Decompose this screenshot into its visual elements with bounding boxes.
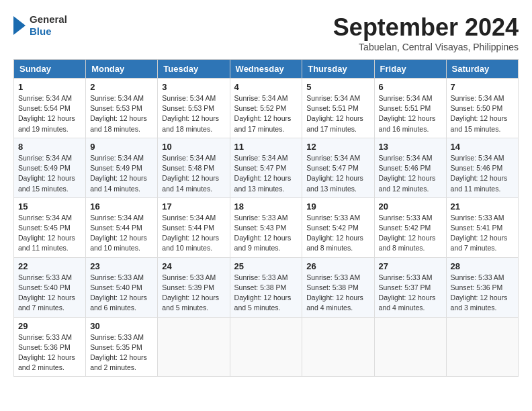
day-number: 9 (90, 142, 153, 152)
weekday-header-friday: Friday (374, 60, 446, 79)
day-number: 29 (18, 321, 81, 331)
day-info: Sunrise: 5:34 AM Sunset: 5:54 PM Dayligh… (18, 93, 81, 134)
day-info: Sunrise: 5:34 AM Sunset: 5:45 PM Dayligh… (18, 213, 81, 254)
calendar-cell: 6 Sunrise: 5:34 AM Sunset: 5:51 PM Dayli… (374, 79, 446, 138)
day-info: Sunrise: 5:33 AM Sunset: 5:40 PM Dayligh… (18, 273, 81, 314)
day-info: Sunrise: 5:33 AM Sunset: 5:35 PM Dayligh… (90, 332, 153, 373)
calendar-cell: 20 Sunrise: 5:33 AM Sunset: 5:42 PM Dayl… (374, 197, 446, 257)
day-number: 28 (451, 261, 514, 271)
day-info: Sunrise: 5:34 AM Sunset: 5:46 PM Dayligh… (379, 153, 442, 194)
calendar-cell: 13 Sunrise: 5:34 AM Sunset: 5:46 PM Dayl… (374, 138, 446, 197)
calendar-cell: 5 Sunrise: 5:34 AM Sunset: 5:51 PM Dayli… (302, 79, 374, 138)
calendar-cell: 22 Sunrise: 5:33 AM Sunset: 5:40 PM Dayl… (14, 257, 86, 317)
day-info: Sunrise: 5:34 AM Sunset: 5:53 PM Dayligh… (162, 93, 225, 134)
day-number: 10 (162, 142, 225, 152)
calendar-cell: 7 Sunrise: 5:34 AM Sunset: 5:50 PM Dayli… (446, 79, 518, 138)
day-number: 18 (234, 201, 298, 212)
day-info: Sunrise: 5:34 AM Sunset: 5:53 PM Dayligh… (90, 93, 153, 134)
day-info: Sunrise: 5:33 AM Sunset: 5:41 PM Dayligh… (451, 213, 514, 254)
day-info: Sunrise: 5:34 AM Sunset: 5:44 PM Dayligh… (90, 213, 153, 254)
calendar-week-5: 29 Sunrise: 5:33 AM Sunset: 5:36 PM Dayl… (14, 317, 519, 377)
calendar-cell (158, 317, 230, 377)
day-info: Sunrise: 5:34 AM Sunset: 5:49 PM Dayligh… (18, 153, 81, 194)
day-number: 3 (162, 82, 225, 92)
logo-container: General Blue (13, 13, 67, 38)
calendar-cell: 9 Sunrise: 5:34 AM Sunset: 5:49 PM Dayli… (86, 138, 158, 197)
calendar-week-2: 8 Sunrise: 5:34 AM Sunset: 5:49 PM Dayli… (14, 138, 519, 197)
page-header: General Blue September 2024 Tabuelan, Ce… (13, 13, 519, 52)
day-info: Sunrise: 5:34 AM Sunset: 5:44 PM Dayligh… (162, 213, 225, 254)
day-number: 2 (90, 82, 153, 92)
logo-blue: Blue (30, 26, 67, 38)
logo-triangle-icon (13, 13, 27, 38)
day-info: Sunrise: 5:33 AM Sunset: 5:39 PM Dayligh… (162, 273, 225, 314)
day-number: 26 (306, 261, 369, 271)
day-info: Sunrise: 5:34 AM Sunset: 5:52 PM Dayligh… (234, 93, 298, 134)
weekday-header-saturday: Saturday (446, 60, 518, 79)
calendar-cell: 11 Sunrise: 5:34 AM Sunset: 5:47 PM Dayl… (230, 138, 302, 197)
calendar-cell: 15 Sunrise: 5:34 AM Sunset: 5:45 PM Dayl… (14, 197, 86, 257)
weekday-header-sunday: Sunday (14, 60, 86, 79)
calendar-cell (302, 317, 374, 377)
calendar-table: SundayMondayTuesdayWednesdayThursdayFrid… (13, 59, 519, 377)
calendar-cell: 14 Sunrise: 5:34 AM Sunset: 5:46 PM Dayl… (446, 138, 518, 197)
calendar-cell: 29 Sunrise: 5:33 AM Sunset: 5:36 PM Dayl… (14, 317, 86, 377)
day-number: 13 (379, 142, 442, 152)
title-block: September 2024 Tabuelan, Central Visayas… (333, 13, 519, 52)
day-number: 19 (306, 201, 369, 212)
weekday-header-monday: Monday (86, 60, 158, 79)
calendar-week-3: 15 Sunrise: 5:34 AM Sunset: 5:45 PM Dayl… (14, 197, 519, 257)
day-number: 11 (234, 142, 298, 152)
day-number: 20 (379, 201, 442, 212)
day-number: 30 (90, 321, 153, 331)
logo: General Blue (13, 13, 67, 38)
calendar-cell: 10 Sunrise: 5:34 AM Sunset: 5:48 PM Dayl… (158, 138, 230, 197)
logo-text: General Blue (30, 13, 67, 38)
calendar-cell: 19 Sunrise: 5:33 AM Sunset: 5:42 PM Dayl… (302, 197, 374, 257)
weekday-header-wednesday: Wednesday (230, 60, 302, 79)
calendar-cell: 16 Sunrise: 5:34 AM Sunset: 5:44 PM Dayl… (86, 197, 158, 257)
day-number: 27 (379, 261, 442, 271)
day-info: Sunrise: 5:33 AM Sunset: 5:42 PM Dayligh… (379, 213, 442, 254)
day-number: 14 (451, 142, 514, 152)
day-number: 15 (18, 201, 81, 212)
calendar-cell: 30 Sunrise: 5:33 AM Sunset: 5:35 PM Dayl… (86, 317, 158, 377)
calendar-cell: 1 Sunrise: 5:34 AM Sunset: 5:54 PM Dayli… (14, 79, 86, 138)
weekday-header-thursday: Thursday (302, 60, 374, 79)
day-info: Sunrise: 5:33 AM Sunset: 5:43 PM Dayligh… (234, 213, 298, 254)
day-info: Sunrise: 5:34 AM Sunset: 5:51 PM Dayligh… (379, 93, 442, 134)
day-number: 21 (451, 201, 514, 212)
day-number: 17 (162, 201, 225, 212)
calendar-cell: 25 Sunrise: 5:33 AM Sunset: 5:38 PM Dayl… (230, 257, 302, 317)
calendar-week-4: 22 Sunrise: 5:33 AM Sunset: 5:40 PM Dayl… (14, 257, 519, 317)
day-info: Sunrise: 5:34 AM Sunset: 5:47 PM Dayligh… (234, 153, 298, 194)
day-info: Sunrise: 5:33 AM Sunset: 5:37 PM Dayligh… (379, 273, 442, 314)
calendar-cell: 4 Sunrise: 5:34 AM Sunset: 5:52 PM Dayli… (230, 79, 302, 138)
day-info: Sunrise: 5:33 AM Sunset: 5:40 PM Dayligh… (90, 273, 153, 314)
day-info: Sunrise: 5:33 AM Sunset: 5:36 PM Dayligh… (451, 273, 514, 314)
calendar-cell: 12 Sunrise: 5:34 AM Sunset: 5:47 PM Dayl… (302, 138, 374, 197)
calendar-cell: 24 Sunrise: 5:33 AM Sunset: 5:39 PM Dayl… (158, 257, 230, 317)
calendar-week-1: 1 Sunrise: 5:34 AM Sunset: 5:54 PM Dayli… (14, 79, 519, 138)
day-info: Sunrise: 5:33 AM Sunset: 5:42 PM Dayligh… (306, 213, 369, 254)
day-number: 23 (90, 261, 153, 271)
calendar-cell: 23 Sunrise: 5:33 AM Sunset: 5:40 PM Dayl… (86, 257, 158, 317)
calendar-header-row: SundayMondayTuesdayWednesdayThursdayFrid… (14, 60, 519, 79)
day-number: 7 (451, 82, 514, 92)
day-number: 22 (18, 261, 81, 271)
day-number: 24 (162, 261, 225, 271)
day-info: Sunrise: 5:34 AM Sunset: 5:46 PM Dayligh… (451, 153, 514, 194)
calendar-cell: 26 Sunrise: 5:33 AM Sunset: 5:38 PM Dayl… (302, 257, 374, 317)
day-number: 8 (18, 142, 81, 152)
calendar-cell: 8 Sunrise: 5:34 AM Sunset: 5:49 PM Dayli… (14, 138, 86, 197)
calendar-cell (374, 317, 446, 377)
weekday-header-tuesday: Tuesday (158, 60, 230, 79)
calendar-cell: 27 Sunrise: 5:33 AM Sunset: 5:37 PM Dayl… (374, 257, 446, 317)
day-info: Sunrise: 5:33 AM Sunset: 5:38 PM Dayligh… (234, 273, 298, 314)
day-info: Sunrise: 5:34 AM Sunset: 5:50 PM Dayligh… (451, 93, 514, 134)
day-number: 4 (234, 82, 298, 92)
day-info: Sunrise: 5:33 AM Sunset: 5:38 PM Dayligh… (306, 273, 369, 314)
logo-general: General (30, 13, 67, 26)
day-info: Sunrise: 5:34 AM Sunset: 5:51 PM Dayligh… (306, 93, 369, 134)
day-number: 6 (379, 82, 442, 92)
